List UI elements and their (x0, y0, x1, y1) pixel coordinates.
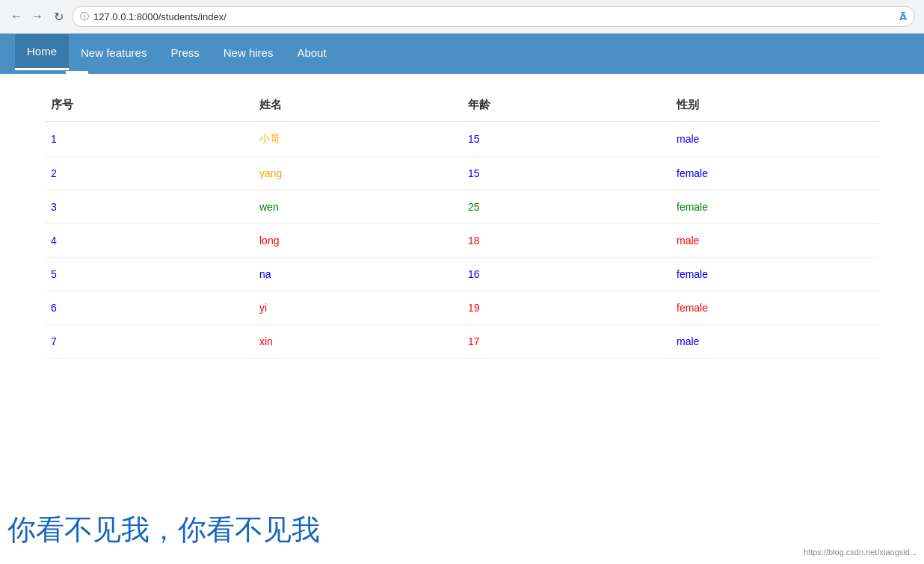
col-header-age: 年龄 (462, 89, 671, 122)
info-icon: ⓘ (80, 10, 89, 23)
watermark: https://blog.csdn.net/xiaogsid... (804, 548, 917, 557)
table-row: 3wen25female (45, 190, 879, 224)
students-table: 序号 姓名 年龄 性别 1小哥15male2yang15female3wen25… (45, 89, 879, 359)
cell-name: 小哥 (253, 122, 462, 157)
cell-age: 15 (462, 157, 671, 190)
nav-item-about[interactable]: About (285, 36, 338, 69)
forward-button[interactable]: → (30, 9, 45, 24)
cell-name: xin (253, 325, 462, 359)
translate-icon[interactable]: A̅ (899, 11, 907, 22)
cell-id: 7 (45, 325, 253, 359)
nav-item-home[interactable]: Home (15, 34, 69, 70)
cell-id: 4 (45, 224, 253, 258)
table-header: 序号 姓名 年龄 性别 (45, 89, 879, 122)
nav-item-press[interactable]: Press (158, 36, 211, 69)
nav-underline (0, 71, 924, 74)
cell-name: na (253, 258, 462, 291)
cell-age: 15 (462, 122, 671, 157)
address-bar[interactable]: ⓘ 127.0.0.1:8000/students/index/ A̅ (72, 6, 915, 27)
navbar: Home New features Press New hires About (0, 34, 924, 71)
cell-gender: male (671, 122, 879, 157)
cell-age: 25 (462, 190, 671, 224)
table-row: 6yi19female (45, 291, 879, 325)
table-row: 4long18male (45, 224, 879, 258)
col-header-name: 姓名 (253, 89, 462, 122)
footer-text: 你看不见我，你看不见我 (7, 511, 320, 549)
cell-id: 6 (45, 291, 253, 325)
cell-name: wen (253, 190, 462, 224)
cell-gender: female (671, 291, 879, 325)
table-body: 1小哥15male2yang15female3wen25female4long1… (45, 122, 879, 359)
cell-id: 2 (45, 157, 253, 190)
nav-item-new-hires[interactable]: New hires (212, 36, 286, 69)
cell-age: 16 (462, 258, 671, 291)
cell-gender: male (671, 224, 879, 258)
table-row: 7xin17male (45, 325, 879, 359)
col-header-id: 序号 (45, 89, 253, 122)
cell-gender: female (671, 190, 879, 224)
cell-age: 19 (462, 291, 671, 325)
url-text: 127.0.0.1:8000/students/index/ (93, 11, 227, 22)
cell-name: long (253, 224, 462, 258)
cell-age: 17 (462, 325, 671, 359)
cell-id: 1 (45, 122, 253, 157)
back-button[interactable]: ← (9, 9, 24, 24)
cell-id: 5 (45, 258, 253, 291)
nav-item-new-features[interactable]: New features (69, 36, 158, 69)
cell-gender: female (671, 258, 879, 291)
cell-gender: male (671, 325, 879, 359)
table-row: 1小哥15male (45, 122, 879, 157)
cell-id: 3 (45, 190, 253, 224)
col-header-gender: 性别 (671, 89, 879, 122)
table-row: 5na16female (45, 258, 879, 291)
table-container: 序号 姓名 年龄 性别 1小哥15male2yang15female3wen25… (0, 74, 924, 374)
cell-name: yang (253, 157, 462, 190)
reload-button[interactable]: ↻ (51, 9, 66, 24)
cell-gender: female (671, 157, 879, 190)
browser-chrome: ← → ↻ ⓘ 127.0.0.1:8000/students/index/ A… (0, 0, 924, 34)
cell-name: yi (253, 291, 462, 325)
cell-age: 18 (462, 224, 671, 258)
table-row: 2yang15female (45, 157, 879, 190)
